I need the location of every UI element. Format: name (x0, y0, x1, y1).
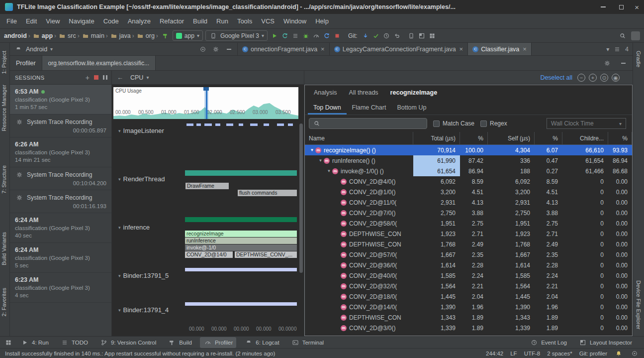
zoom-to-selection-button[interactable]: ◉ (612, 74, 620, 82)
thread-label[interactable]: ▾ImageListener (118, 127, 164, 134)
analysis-tab[interactable]: Analysis (308, 89, 343, 96)
gear-icon[interactable] (603, 59, 612, 68)
thread-label[interactable]: ▾RenderThread (118, 175, 165, 183)
breadcrumb-item[interactable]: main (91, 32, 104, 39)
tool-windows-icon[interactable] (4, 338, 13, 347)
menu-item-view[interactable]: View (41, 16, 64, 26)
hide-panel-icon[interactable] (224, 45, 233, 54)
table-row[interactable]: mCONV_2D@40/0(1,5852.241,5852.2400.00 (305, 270, 632, 281)
thread-state-bar[interactable] (185, 302, 297, 306)
apply-changes-button[interactable] (280, 31, 289, 40)
profile-avatar[interactable] (631, 31, 640, 40)
status-widget[interactable]: 2 spaces* (547, 351, 572, 357)
thread-state-bar[interactable] (185, 170, 297, 176)
tool-window-button[interactable]: Event Log (526, 337, 570, 348)
tool-stripe-button[interactable]: Gradle (636, 51, 642, 67)
run-button[interactable] (270, 31, 279, 40)
menu-item-file[interactable]: File (2, 16, 21, 26)
column-header[interactable]: Childre... (562, 132, 608, 144)
apply-code-changes-button[interactable] (291, 31, 300, 40)
expand-arrow-icon[interactable]: ▼ (309, 148, 315, 152)
tool-stripe-button[interactable]: 1: Project (1, 51, 7, 74)
minimize-button[interactable] (599, 2, 608, 11)
editor-tab[interactable]: CLegacyCameraConnectionFragment.java× (330, 43, 468, 55)
session-item[interactable]: 6:24 AMclassification (Google Pixel 3)40… (10, 213, 111, 243)
breadcrumb-item[interactable]: java (119, 32, 131, 39)
device-mirror-button[interactable] (428, 31, 437, 40)
sync-project-button[interactable] (322, 31, 331, 40)
trace-event-chip[interactable]: DEPTHWISE_CONV_... (235, 251, 297, 258)
table-row[interactable]: mCONV_2D@14/0(1,3901.961,3901.9600.00 (305, 302, 632, 312)
column-header[interactable]: % (460, 132, 488, 144)
locate-file-icon[interactable] (198, 45, 207, 54)
menu-item-edit[interactable]: Edit (21, 16, 41, 26)
stop-button[interactable] (333, 31, 342, 40)
git-commit-button[interactable] (371, 31, 380, 40)
menu-item-code[interactable]: Code (99, 16, 123, 26)
thread-label[interactable]: ▾Binder:13791_4 (118, 306, 169, 314)
collapse-arrow-icon[interactable]: ▾ (118, 128, 121, 133)
status-widget[interactable]: Git: profiler (579, 351, 607, 357)
trace-event-chip[interactable]: runInference (185, 238, 297, 244)
tab-list-icon[interactable] (613, 45, 622, 54)
tool-window-button[interactable]: Layout Inspector (575, 337, 636, 348)
menu-item-help[interactable]: Help (311, 16, 333, 26)
analysis-subtab[interactable]: Bottom Up (391, 100, 432, 115)
column-header[interactable]: Self (µs) (488, 132, 535, 144)
minimize-tool-window-icon[interactable] (619, 59, 628, 68)
collapse-sessions-icon[interactable]: ← (117, 74, 123, 81)
recording-item[interactable]: System Trace Recording00:10:04.200 (10, 167, 111, 190)
tool-stripe-button[interactable]: Device File Explorer (636, 280, 642, 329)
thread-label[interactable]: ▾inference (118, 224, 150, 231)
collapse-arrow-icon[interactable]: ▾ (118, 273, 121, 278)
analysis-tab[interactable]: recognizeImage (384, 89, 443, 96)
expand-arrow-icon[interactable]: ▼ (326, 169, 332, 173)
recording-item[interactable]: System Trace Recording00:00:05.897 (10, 115, 111, 137)
notifications-icon[interactable] (614, 349, 623, 358)
menu-item-refactor[interactable]: Refactor (155, 16, 188, 26)
regex-checkbox[interactable]: Regex (480, 120, 507, 127)
table-row[interactable]: mCONV_2D@58/0(1,9512.751,9512.7500.00 (305, 218, 632, 229)
table-row[interactable]: ▼minvoke@-1/0() ()61,65486.941880.2761,4… (305, 166, 632, 176)
editor-tab[interactable]: ConnectionFragment.java× (238, 43, 330, 55)
column-header[interactable]: % (535, 132, 562, 144)
timeline-scrollbar[interactable] (299, 123, 303, 273)
git-history-button[interactable] (382, 31, 391, 40)
collapse-arrow-icon[interactable]: ▾ (118, 225, 121, 230)
tool-window-button[interactable]: 6: Logcat (241, 337, 282, 348)
close-tab-icon[interactable]: × (460, 45, 463, 53)
reset-zoom-button[interactable]: ⊙ (600, 74, 608, 82)
tool-window-button[interactable]: TODO (57, 337, 92, 348)
tool-stripe-button[interactable]: Resource Manager (1, 85, 7, 131)
maximize-button[interactable] (617, 2, 626, 11)
tool-window-button[interactable]: Terminal (287, 337, 327, 348)
session-item[interactable]: 6:53 AMclassification (Google Pixel 3)1 … (10, 85, 111, 115)
deselect-all-link[interactable]: Deselect all (540, 74, 572, 81)
menu-item-analyze[interactable]: Analyze (123, 16, 155, 26)
breadcrumb-item[interactable]: src (68, 32, 76, 39)
breadcrumb-item[interactable]: android (4, 32, 27, 39)
cpu-usage-chart[interactable]: CPU Usage 00.00000.50001.00001.50002.000… (113, 87, 298, 119)
profile-button[interactable] (312, 31, 321, 40)
clock-type-select[interactable]: Wall Clock Time ▾ (547, 118, 626, 129)
tool-window-button[interactable]: 4: Run (17, 337, 52, 348)
editor-tab[interactable]: CClassifier.java× (468, 43, 532, 55)
tool-window-button[interactable]: Build (164, 337, 195, 348)
build-hammer-icon[interactable] (161, 31, 170, 40)
status-message[interactable]: Install successfully finished in 140 ms.… (5, 351, 275, 357)
analysis-subtab[interactable]: Flame Chart (347, 100, 392, 115)
breadcrumb-item[interactable]: org (146, 32, 155, 39)
analysis-subtab[interactable]: Top Down (308, 100, 347, 115)
thread-state-bar[interactable] (185, 268, 297, 271)
menu-item-build[interactable]: Build (188, 16, 212, 26)
table-row[interactable]: mDEPTHWISE_CON1,7682.491,7682.4900.00 (305, 239, 632, 249)
menu-item-navigate[interactable]: Navigate (64, 16, 98, 26)
device-manager-button[interactable] (407, 31, 416, 40)
zoom-out-button[interactable]: − (577, 74, 585, 82)
table-row[interactable]: mDEPTHWISE_CON1,9232.711,9232.7100.00 (305, 229, 632, 239)
tool-stripe-button[interactable]: 7: Structure (1, 165, 7, 194)
close-button[interactable]: × (635, 3, 639, 11)
table-row[interactable]: mCONV_2D@36/0(1,6142.281,6142.2800.00 (305, 260, 632, 270)
background-tasks-icon[interactable] (630, 349, 639, 358)
run-config-select[interactable]: app ▾ (173, 30, 203, 41)
